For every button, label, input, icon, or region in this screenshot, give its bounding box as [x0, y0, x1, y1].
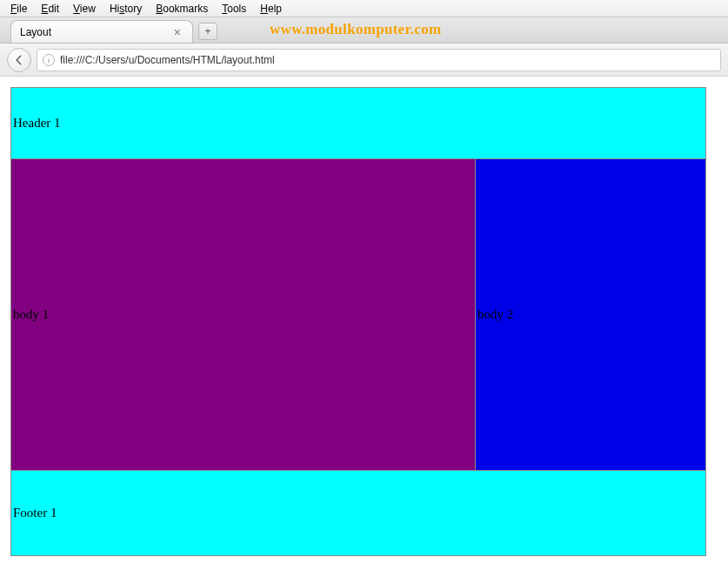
cell-header: Header 1 — [11, 88, 706, 159]
close-icon[interactable]: × — [171, 25, 184, 39]
plus-icon: + — [204, 25, 210, 37]
page-viewport: Header 1 body 1 body 2 Footer 1 — [0, 77, 728, 556]
address-bar[interactable]: i — [37, 49, 721, 71]
layout-table: Header 1 body 1 body 2 Footer 1 — [10, 87, 706, 556]
menu-tools[interactable]: Tools — [215, 1, 253, 17]
cell-footer: Footer 1 — [11, 471, 706, 556]
menu-file[interactable]: File — [3, 1, 34, 17]
menu-edit[interactable]: Edit — [34, 1, 66, 17]
menu-help[interactable]: Help — [253, 1, 289, 17]
new-tab-button[interactable]: + — [198, 23, 217, 40]
tab-title: Layout — [20, 26, 171, 38]
cell-body-1: body 1 — [11, 159, 476, 471]
arrow-left-icon — [13, 54, 25, 66]
browser-menubar: File Edit View History Bookmarks Tools H… — [0, 0, 728, 17]
menu-bookmarks[interactable]: Bookmarks — [149, 1, 215, 17]
url-input[interactable] — [60, 54, 715, 66]
menu-view[interactable]: View — [66, 1, 103, 17]
watermark-text: www.modulkomputer.com — [270, 21, 441, 38]
info-icon[interactable]: i — [43, 54, 55, 66]
cell-body-2: body 2 — [476, 159, 706, 471]
menu-history[interactable]: History — [103, 1, 149, 17]
browser-toolbar: i — [0, 44, 728, 77]
back-button[interactable] — [7, 48, 31, 72]
browser-tabstrip: Layout × + www.modulkomputer.com — [0, 17, 728, 44]
browser-tab-active[interactable]: Layout × — [10, 20, 193, 43]
